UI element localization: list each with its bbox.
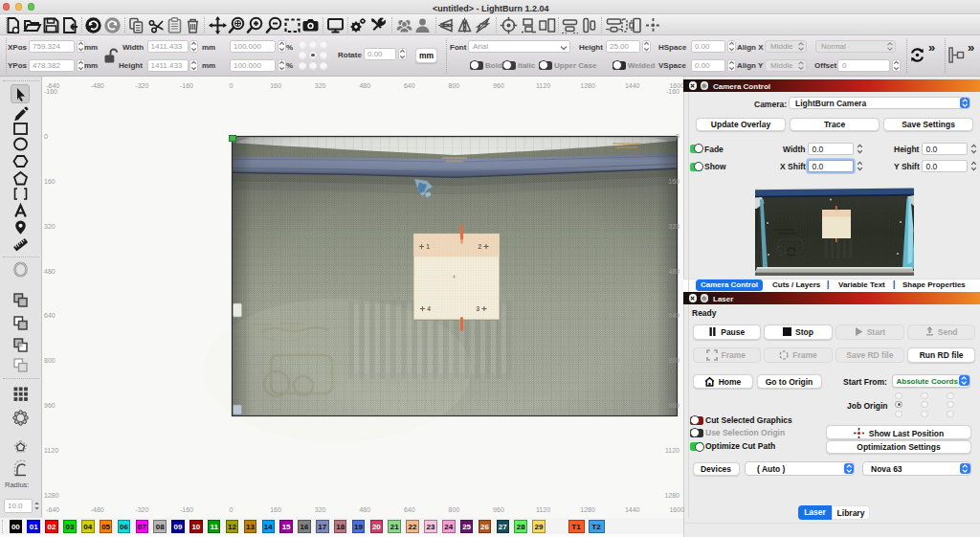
svg-text:3: 3 [476, 305, 479, 312]
svg-text:1: 1 [426, 243, 430, 250]
svg-text:4: 4 [427, 305, 431, 312]
svg-text:2: 2 [478, 243, 481, 250]
